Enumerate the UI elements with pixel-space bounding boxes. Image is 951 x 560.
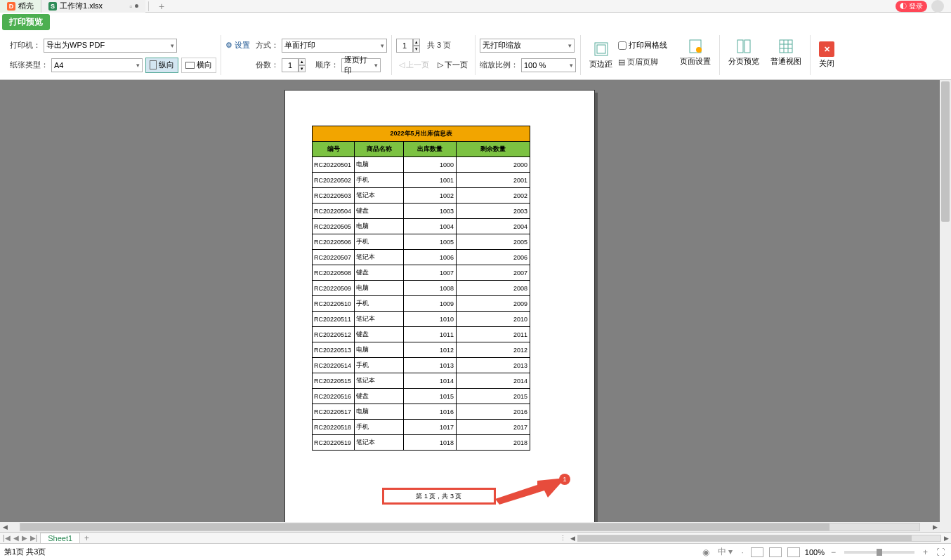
table-cell: 2012 bbox=[457, 342, 530, 358]
table-cell: 1011 bbox=[404, 327, 457, 342]
sheet-first-icon[interactable]: |◀ bbox=[3, 534, 11, 542]
scale-mode-select[interactable]: 无打印缩放 bbox=[480, 39, 575, 53]
file-tab[interactable]: S 工作簿1.xlsx ▫ bbox=[41, 0, 145, 13]
printer-settings-button[interactable]: ⚙ 设置 bbox=[225, 40, 250, 51]
pagesetup-button[interactable]: 页面设置 bbox=[676, 35, 715, 75]
landscape-button[interactable]: 横向 bbox=[181, 58, 216, 73]
headerfooter-button[interactable]: ▤ 页眉页脚 bbox=[618, 57, 658, 67]
sheet-h-scrollbar[interactable]: ⋮ ◀ ▶ bbox=[558, 535, 951, 542]
gridlines-checkbox[interactable]: 打印网格线 bbox=[618, 40, 667, 51]
table-cell: 2002 bbox=[457, 188, 530, 204]
scroll-left-icon[interactable]: ◀ bbox=[0, 524, 10, 531]
mode-select[interactable]: 单面打印 bbox=[282, 39, 387, 53]
printer-select[interactable]: 导出为WPS PDF bbox=[44, 39, 177, 53]
add-sheet-button[interactable]: + bbox=[80, 533, 93, 543]
spin-down-icon[interactable]: ▾ bbox=[299, 65, 306, 72]
sheet-scroll-right-icon[interactable]: ▶ bbox=[941, 535, 951, 542]
table-cell: RC20220501 bbox=[313, 157, 355, 173]
table-cell: RC20220513 bbox=[313, 342, 355, 358]
avatar-icon[interactable] bbox=[931, 0, 944, 13]
close-button[interactable]: ✕ 关闭 bbox=[815, 39, 839, 72]
sheet-tab[interactable]: Sheet1 bbox=[40, 533, 80, 543]
preview-inner[interactable]: 2022年5月出库信息表编号商品名称出库数量剩余数量RC20220501电脑10… bbox=[0, 80, 940, 522]
sheet-scroll-thumb[interactable] bbox=[578, 535, 912, 541]
page-nav-section: ▴▾ 共 3 页 ◁ 上一页 ▷ 下一页 bbox=[392, 35, 476, 75]
scroll-right-icon[interactable]: ▶ bbox=[930, 524, 940, 531]
sheet-prev-icon[interactable]: ◀ bbox=[13, 534, 19, 542]
break-view-icon[interactable] bbox=[787, 547, 800, 557]
table-cell: 2016 bbox=[457, 404, 530, 420]
zoom-value[interactable]: 100% bbox=[805, 548, 825, 556]
sheet-next-icon[interactable]: ▶ bbox=[22, 534, 27, 542]
status-page-info: 第1页 共3页 bbox=[4, 547, 46, 557]
view-section: 分页预览 普通视图 bbox=[720, 35, 811, 75]
table-row: RC20220507笔记本10062006 bbox=[313, 250, 530, 265]
table-cell: 键盘 bbox=[355, 265, 404, 281]
table-cell: 2013 bbox=[457, 358, 530, 373]
svg-rect-6 bbox=[780, 40, 792, 53]
table-cell: RC20220512 bbox=[313, 327, 355, 342]
table-row: RC20220504键盘10032003 bbox=[313, 204, 530, 219]
table-cell: 1017 bbox=[404, 420, 457, 435]
print-toolbar: 打印机： 导出为WPS PDF 纸张类型： A4 纵向 横向 ⚙ 设置 bbox=[0, 31, 951, 80]
table-cell: RC20220518 bbox=[313, 420, 355, 435]
spin-up-icon[interactable]: ▴ bbox=[413, 39, 420, 46]
table-cell: 笔记本 bbox=[355, 435, 404, 451]
page-spin[interactable]: ▴▾ bbox=[396, 39, 420, 53]
pagesetup-section: 页面设置 bbox=[671, 35, 720, 75]
page-view-icon[interactable] bbox=[769, 547, 782, 557]
margins-button[interactable]: 页边距 bbox=[585, 38, 617, 72]
fullscreen-icon[interactable]: ⛶ bbox=[934, 547, 947, 557]
sheet-scroll-left-icon[interactable]: ◀ bbox=[568, 535, 577, 542]
sheet-scroll-split-icon[interactable]: ⋮ bbox=[558, 535, 568, 542]
settings-section: ⚙ 设置 bbox=[221, 35, 251, 75]
normal-view-icon[interactable] bbox=[751, 547, 763, 557]
v-scroll-thumb[interactable] bbox=[941, 81, 950, 222]
table-row: RC20220515笔记本10142014 bbox=[313, 373, 530, 389]
tab-separator bbox=[148, 1, 149, 11]
gridlines-input[interactable] bbox=[618, 41, 627, 50]
normalview-button[interactable]: 普通视图 bbox=[766, 35, 806, 75]
copies-spin[interactable]: ▴▾ bbox=[282, 58, 306, 72]
order-select[interactable]: 逐页打印 bbox=[341, 58, 381, 72]
window-tabbar: D 稻壳 S 工作簿1.xlsx ▫ + ◐ 登录 bbox=[0, 0, 951, 13]
page-input[interactable] bbox=[396, 39, 413, 53]
zoom-thumb[interactable] bbox=[877, 549, 882, 556]
zoom-in-button[interactable]: + bbox=[921, 547, 930, 557]
login-button[interactable]: ◐ 登录 bbox=[896, 1, 927, 12]
table-cell: 1018 bbox=[404, 435, 457, 451]
app-tab[interactable]: D 稻壳 bbox=[0, 0, 41, 13]
paper-select[interactable]: A4 bbox=[51, 58, 143, 72]
spin-up-icon[interactable]: ▴ bbox=[299, 58, 306, 65]
prev-page-button[interactable]: ◁ 上一页 bbox=[396, 59, 432, 71]
table-cell: 1003 bbox=[404, 204, 457, 219]
zoom-slider[interactable] bbox=[844, 551, 914, 554]
preview-h-scrollbar[interactable]: ◀ ▶ bbox=[0, 522, 940, 532]
table-cell: 1008 bbox=[404, 281, 457, 296]
table-cell: 2017 bbox=[457, 420, 530, 435]
annotation-arrow bbox=[495, 478, 565, 506]
sheet-last-icon[interactable]: ▶| bbox=[30, 534, 38, 542]
spreadsheet-icon: S bbox=[48, 2, 57, 11]
pagebreak-button[interactable]: 分页预览 bbox=[724, 35, 763, 75]
h-scroll-thumb[interactable] bbox=[20, 524, 829, 531]
window-controls: ◐ 登录 bbox=[896, 0, 951, 13]
new-tab-button[interactable]: + bbox=[152, 1, 171, 12]
data-table: 2022年5月出库信息表编号商品名称出库数量剩余数量RC20220501电脑10… bbox=[312, 126, 530, 451]
ime-icon[interactable]: 中 ▾ bbox=[716, 546, 735, 558]
table-cell: RC20220507 bbox=[313, 250, 355, 265]
ribbon-row: 打印预览 bbox=[0, 13, 951, 31]
zoom-out-button[interactable]: − bbox=[829, 547, 838, 557]
tab-menu-icon[interactable]: ▫ bbox=[129, 2, 132, 11]
arrow-left-icon: ◁ bbox=[399, 60, 405, 69]
spin-down-icon[interactable]: ▾ bbox=[413, 46, 420, 53]
preview-v-scrollbar[interactable] bbox=[940, 80, 951, 532]
copies-input[interactable] bbox=[282, 58, 299, 72]
portrait-button[interactable]: 纵向 bbox=[145, 58, 178, 73]
table-cell: RC20220505 bbox=[313, 219, 355, 234]
print-preview-button[interactable]: 打印预览 bbox=[2, 14, 50, 30]
eye-icon[interactable]: ◉ bbox=[700, 547, 711, 557]
scale-value-select[interactable]: 100 % bbox=[521, 58, 576, 72]
table-cell: RC20220509 bbox=[313, 281, 355, 296]
next-page-button[interactable]: ▷ 下一页 bbox=[435, 59, 471, 71]
